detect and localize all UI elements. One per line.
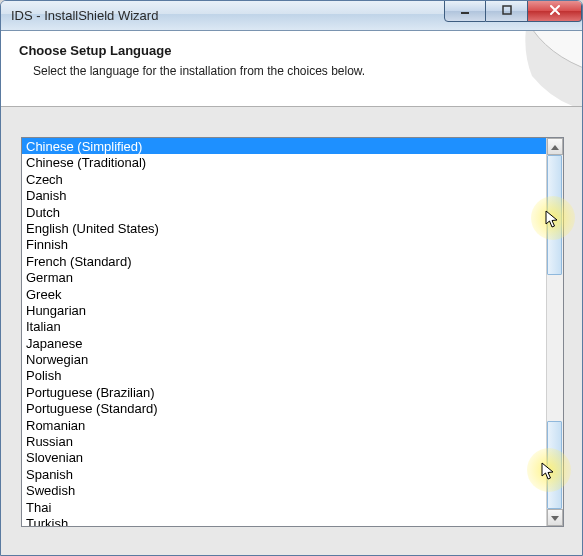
chevron-up-icon	[551, 142, 559, 152]
language-item[interactable]: Norwegian	[22, 351, 546, 367]
language-item[interactable]: Hungarian	[22, 302, 546, 318]
language-item[interactable]: Greek	[22, 286, 546, 302]
scroll-thumb[interactable]	[547, 421, 562, 509]
language-item[interactable]: Finnish	[22, 236, 546, 252]
close-icon	[549, 3, 561, 19]
language-item[interactable]: Romanian	[22, 417, 546, 433]
language-item[interactable]: Russian	[22, 433, 546, 449]
maximize-icon	[502, 5, 512, 17]
maximize-button[interactable]	[486, 0, 528, 22]
language-item[interactable]: Czech	[22, 171, 546, 187]
install-wizard-window: IDS - InstallShield Wizard Choose Setup …	[0, 0, 583, 556]
language-item[interactable]: Japanese	[22, 335, 546, 351]
language-item[interactable]: Polish	[22, 367, 546, 383]
language-item[interactable]: Portuguese (Brazilian)	[22, 384, 546, 400]
titlebar[interactable]: IDS - InstallShield Wizard	[1, 1, 582, 31]
scroll-thumb[interactable]	[547, 155, 562, 275]
header-panel: Choose Setup Language Select the languag…	[1, 31, 582, 107]
header-subtitle: Select the language for the installation…	[19, 64, 564, 78]
svg-rect-1	[503, 6, 511, 14]
language-item[interactable]: Spanish	[22, 466, 546, 482]
language-item[interactable]: Italian	[22, 318, 546, 334]
svg-rect-0	[461, 12, 469, 14]
language-item[interactable]: Dutch	[22, 204, 546, 220]
language-item[interactable]: Swedish	[22, 482, 546, 498]
language-listbox-wrap: Chinese (Simplified)Chinese (Traditional…	[21, 137, 564, 527]
language-item[interactable]: French (Standard)	[22, 253, 546, 269]
window-controls	[444, 0, 582, 22]
window-title: IDS - InstallShield Wizard	[11, 8, 158, 23]
content-area: Chinese (Simplified)Chinese (Traditional…	[1, 107, 582, 555]
language-item[interactable]: Portuguese (Standard)	[22, 400, 546, 416]
language-item[interactable]: English (United States)	[22, 220, 546, 236]
close-button[interactable]	[528, 0, 582, 22]
scroll-up-button[interactable]	[547, 138, 563, 155]
page-curl-decor-icon	[502, 31, 582, 107]
listbox-scrollbar[interactable]	[546, 138, 563, 526]
header-title: Choose Setup Language	[19, 43, 564, 58]
minimize-button[interactable]	[444, 0, 486, 22]
language-item[interactable]: Slovenian	[22, 449, 546, 465]
language-listbox[interactable]: Chinese (Simplified)Chinese (Traditional…	[22, 138, 546, 526]
language-item[interactable]: Chinese (Simplified)	[22, 138, 546, 154]
minimize-icon	[460, 5, 470, 17]
scroll-track[interactable]	[547, 155, 563, 509]
language-item[interactable]: Turkish	[22, 515, 546, 526]
scroll-down-button[interactable]	[547, 509, 563, 526]
language-item[interactable]: German	[22, 269, 546, 285]
chevron-down-icon	[551, 513, 559, 523]
language-item[interactable]: Chinese (Traditional)	[22, 154, 546, 170]
language-item[interactable]: Danish	[22, 187, 546, 203]
language-item[interactable]: Thai	[22, 499, 546, 515]
